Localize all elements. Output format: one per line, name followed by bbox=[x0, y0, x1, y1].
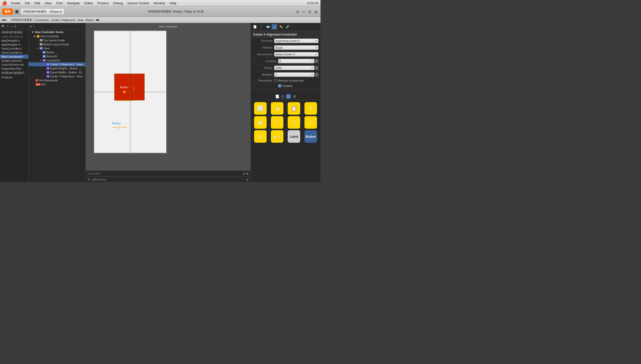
installed-checkbox[interactable]: ✓ bbox=[278, 84, 281, 87]
nav-item-images[interactable]: Images.xcassets bbox=[0, 59, 28, 63]
menu-product[interactable]: Product bbox=[95, 1, 111, 5]
red-box-1[interactable]: Button bbox=[114, 74, 134, 100]
close-scene-icon[interactable]: ✕ bbox=[82, 31, 84, 34]
menu-window[interactable]: Window bbox=[152, 1, 167, 5]
tab-identity[interactable]: 🪪 bbox=[265, 24, 271, 30]
tree-equal-widths[interactable]: ≡ Equal Widths - Button - B... bbox=[29, 70, 85, 74]
constant-stepper[interactable]: ▲ ▼ bbox=[315, 59, 318, 63]
tree-equal-heights[interactable]: ≡ Equal Heights - Button -... bbox=[29, 66, 85, 70]
status-add-icon[interactable]: ⊕ bbox=[88, 178, 90, 181]
tab-file[interactable]: 📄 bbox=[252, 24, 258, 30]
placeholder-check-area[interactable]: Remove at build time bbox=[274, 79, 304, 82]
apple-menu[interactable]: 🍎 bbox=[2, 1, 7, 6]
pause-button[interactable]: 暂停 bbox=[2, 9, 13, 15]
obj-tab-circle[interactable]: ⊙ bbox=[286, 94, 291, 99]
tab-quick-help[interactable]: ? bbox=[259, 24, 264, 30]
constant-select[interactable]: 0 ▼ bbox=[278, 59, 314, 63]
canvas-area[interactable]: View Controller Button bbox=[86, 23, 250, 176]
lib-item-2[interactable]: ◀ bbox=[269, 102, 285, 115]
lib-item-7[interactable]: ⊙ bbox=[286, 116, 302, 129]
installed-plus[interactable]: + bbox=[253, 85, 254, 87]
menu-xcode[interactable]: Xcode bbox=[9, 1, 22, 5]
obj-tab-curly[interactable]: {} bbox=[281, 94, 284, 98]
tree-bottom-layout[interactable]: B Bottom Layout Guide bbox=[29, 42, 85, 46]
nav-item-viewcontroller-m[interactable]: ViewController.m bbox=[0, 51, 28, 55]
nav-btn-extra[interactable]: ◇ bbox=[10, 24, 13, 29]
lib-item-button[interactable]: Button bbox=[303, 130, 318, 143]
menu-navigate[interactable]: Navigate bbox=[65, 1, 82, 5]
lib-item-8[interactable]: ⬡ bbox=[303, 116, 318, 129]
constant-up[interactable]: ▲ bbox=[315, 59, 318, 61]
tree-constraints[interactable]: ▼ ≡ Constraints bbox=[29, 58, 85, 62]
priority-stepper[interactable]: ▲ ▼ bbox=[315, 66, 318, 70]
obj-tab-grid[interactable]: ⊞ bbox=[293, 94, 296, 98]
relation-select[interactable]: Equal ▼ bbox=[274, 45, 318, 50]
lib-item-6[interactable]: ⠿ bbox=[269, 116, 285, 129]
breadcrumb-current[interactable]: Center X Alignment - View - Button bbox=[51, 19, 94, 22]
menu-find[interactable]: Find bbox=[54, 1, 64, 5]
multiplier-up[interactable]: ▲ bbox=[315, 73, 318, 75]
tree-center-y[interactable]: ≡ Center Y Alignment - View... bbox=[29, 74, 85, 78]
menu-file[interactable]: File bbox=[23, 1, 32, 5]
tree-expand-button[interactable]: ⊞ bbox=[30, 25, 32, 28]
tree-add-button[interactable]: ＋ bbox=[33, 25, 36, 28]
tree-exit[interactable]: ⟵ Exit bbox=[29, 82, 85, 86]
tree-button[interactable]: B Button bbox=[29, 50, 85, 54]
placeholder-checkbox[interactable] bbox=[274, 79, 277, 82]
second-item-select[interactable]: Button.Center X ▼ bbox=[274, 52, 318, 57]
nav-item-appdelegate-m[interactable]: AppDelegate.m bbox=[0, 43, 28, 47]
panel-toggle-button[interactable]: ▤ bbox=[313, 9, 318, 14]
lib-item-1[interactable]: ⬜ bbox=[253, 102, 268, 115]
priority-down[interactable]: ▼ bbox=[315, 68, 318, 70]
multiplier-down[interactable]: ▼ bbox=[315, 75, 318, 77]
nav-item-tests[interactable]: 009添加约束规则Tests bbox=[0, 71, 28, 75]
scheme-selector[interactable]: 009添加约束规则 › iPhone 6 bbox=[21, 9, 64, 15]
menu-view[interactable]: View bbox=[43, 1, 54, 5]
menu-debug[interactable]: Debug bbox=[111, 1, 125, 5]
tab-attributes[interactable]: ⚓ bbox=[272, 24, 277, 30]
breadcrumb-nav-arrows[interactable]: ◀▶ bbox=[95, 18, 99, 22]
lib-item-3[interactable]: 📋 bbox=[286, 102, 302, 115]
breadcrumb-constraints[interactable]: Constraints bbox=[35, 19, 49, 22]
menu-edit[interactable]: Edit bbox=[33, 1, 42, 5]
nav-btn-list[interactable]: ☰ bbox=[14, 24, 17, 29]
button2-text[interactable]: Button bbox=[112, 122, 121, 125]
tree-vc[interactable]: ▼ ⬤ View Controller bbox=[29, 34, 85, 38]
nav-item-project[interactable]: 009添加约束规则 bbox=[0, 30, 28, 35]
red-box-2[interactable] bbox=[134, 74, 145, 100]
menu-editor[interactable]: Editor bbox=[82, 1, 95, 5]
lib-item-5[interactable]: ▣ bbox=[253, 116, 268, 129]
status-right-btn[interactable]: ⊞ bbox=[246, 178, 248, 181]
nav-item-viewcontroller-h[interactable]: ViewController.h bbox=[0, 47, 28, 51]
tab-connections[interactable]: 🔗 bbox=[285, 24, 290, 30]
obj-tab-file[interactable]: 📄 bbox=[275, 94, 279, 98]
lib-item-4[interactable]: ★ bbox=[303, 102, 318, 115]
priority-select[interactable]: 1000 ▼ bbox=[274, 66, 314, 70]
nav-item-appdelegate-h[interactable]: AppDelegate.h bbox=[0, 39, 28, 43]
tree-top-layout[interactable]: T Top Layout Guide bbox=[29, 38, 85, 42]
breadcrumb-nav-back[interactable]: ◀ bbox=[2, 18, 4, 22]
nav-item-launchscreen[interactable]: LaunchScreen.xib bbox=[0, 63, 28, 67]
plus-icon[interactable]: + bbox=[253, 60, 254, 63]
tree-view[interactable]: ▼ V View bbox=[29, 46, 85, 50]
nav-item-supporting[interactable]: Supporting Files bbox=[0, 67, 28, 71]
lib-item-9[interactable]: ⊞ bbox=[253, 130, 268, 143]
canvas-fit-button[interactable]: ⊟ bbox=[243, 172, 245, 175]
stop-button[interactable]: ■ bbox=[15, 10, 19, 14]
menu-source-control[interactable]: Source Control bbox=[125, 1, 151, 5]
multiplier-select[interactable]: 1 ▼ bbox=[274, 72, 314, 77]
back-forward-button[interactable]: ↩ bbox=[301, 9, 306, 14]
tree-button01[interactable]: B Button01 bbox=[29, 54, 85, 58]
breadcrumb-project[interactable]: 009添加约束规则 bbox=[11, 18, 32, 22]
tree-center-x[interactable]: ≡ Center X Alignment - View... bbox=[29, 62, 85, 66]
lib-item-10[interactable]: ▶⏸ bbox=[269, 130, 285, 143]
filter-button[interactable]: ⚠ bbox=[6, 24, 10, 29]
search-button[interactable]: 🔍 bbox=[1, 24, 6, 29]
tree-scene[interactable]: ▼ View Controller Scene ✕ bbox=[29, 30, 85, 34]
installed-check-area[interactable]: ✓ Installed bbox=[278, 84, 292, 87]
constant-down[interactable]: ▼ bbox=[315, 61, 318, 63]
standard-editor-button[interactable]: ⊟ bbox=[295, 9, 300, 14]
menu-help[interactable]: Help bbox=[168, 1, 178, 5]
lib-item-label[interactable]: Label bbox=[286, 130, 302, 143]
multiplier-stepper[interactable]: ▲ ▼ bbox=[315, 73, 318, 77]
